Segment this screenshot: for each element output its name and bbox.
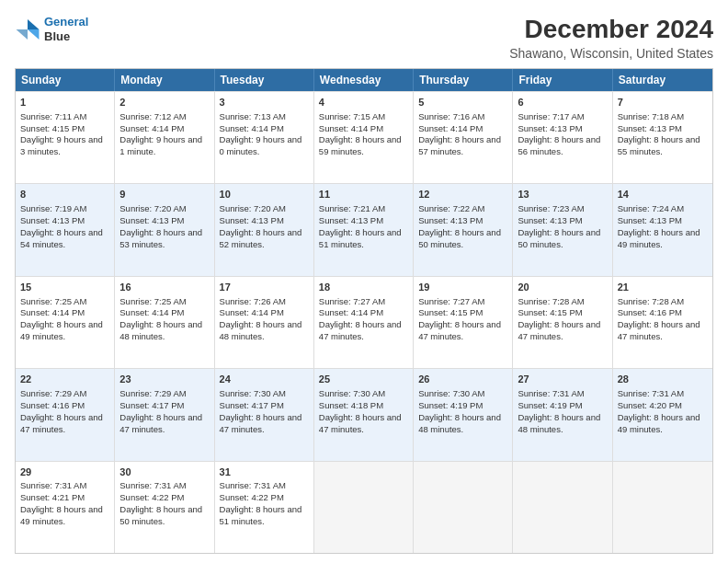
sunset-text: Sunset: 4:16 PM — [618, 307, 682, 317]
sunset-text: Sunset: 4:13 PM — [20, 215, 85, 225]
sunset-text: Sunset: 4:14 PM — [119, 307, 184, 317]
day-cell-4: 4Sunrise: 7:15 AMSunset: 4:14 PMDaylight… — [314, 92, 414, 183]
day-number: 3 — [220, 96, 309, 109]
sunset-text: Sunset: 4:13 PM — [119, 215, 184, 225]
sunset-text: Sunset: 4:14 PM — [418, 123, 483, 133]
calendar-body: 1Sunrise: 7:11 AMSunset: 4:15 PMDaylight… — [16, 91, 712, 553]
day-number: 25 — [319, 373, 408, 386]
day-cell-11: 11Sunrise: 7:21 AMSunset: 4:13 PMDayligh… — [314, 184, 414, 275]
sunrise-text: Sunrise: 7:28 AM — [618, 296, 684, 306]
daylight-text: Daylight: 8 hours and 49 minutes. — [20, 319, 103, 341]
day-number: 24 — [220, 373, 309, 386]
calendar: SundayMondayTuesdayWednesdayThursdayFrid… — [15, 68, 713, 554]
sunrise-text: Sunrise: 7:28 AM — [518, 296, 584, 306]
sunrise-text: Sunrise: 7:31 AM — [220, 480, 286, 490]
logo-line2: Blue — [44, 29, 88, 44]
header-day-friday: Friday — [513, 69, 612, 91]
day-cell-5: 5Sunrise: 7:16 AMSunset: 4:14 PMDaylight… — [414, 92, 513, 183]
day-cell-3: 3Sunrise: 7:13 AMSunset: 4:14 PMDaylight… — [215, 92, 314, 183]
day-cell-22: 22Sunrise: 7:29 AMSunset: 4:16 PMDayligh… — [16, 369, 115, 460]
sunset-text: Sunset: 4:14 PM — [319, 307, 383, 317]
sunset-text: Sunset: 4:14 PM — [319, 123, 383, 133]
day-cell-24: 24Sunrise: 7:30 AMSunset: 4:17 PMDayligh… — [215, 369, 314, 460]
sunset-text: Sunset: 4:18 PM — [319, 400, 383, 410]
day-number: 28 — [618, 373, 708, 386]
daylight-text: Daylight: 8 hours and 47 minutes. — [20, 412, 103, 434]
day-cell-23: 23Sunrise: 7:29 AMSunset: 4:17 PMDayligh… — [115, 369, 214, 460]
daylight-text: Daylight: 9 hours and 0 minutes. — [220, 134, 302, 156]
day-cell-2: 2Sunrise: 7:12 AMSunset: 4:14 PMDaylight… — [115, 92, 214, 183]
logo-icon — [15, 17, 40, 42]
day-number: 10 — [220, 188, 309, 201]
day-number: 17 — [220, 281, 309, 294]
sunrise-text: Sunrise: 7:20 AM — [220, 203, 286, 213]
sunrise-text: Sunrise: 7:13 AM — [220, 111, 286, 121]
sunrise-text: Sunrise: 7:21 AM — [319, 203, 385, 213]
daylight-text: Daylight: 8 hours and 47 minutes. — [220, 412, 302, 434]
daylight-text: Daylight: 8 hours and 52 minutes. — [220, 227, 302, 249]
sunrise-text: Sunrise: 7:31 AM — [20, 480, 86, 490]
day-number: 5 — [418, 96, 507, 109]
day-number: 31 — [220, 465, 309, 479]
empty-cell — [613, 462, 712, 553]
day-number: 4 — [319, 96, 408, 109]
day-cell-30: 30Sunrise: 7:31 AMSunset: 4:22 PMDayligh… — [115, 462, 214, 553]
sunset-text: Sunset: 4:14 PM — [119, 123, 184, 133]
sunset-text: Sunset: 4:21 PM — [20, 492, 85, 502]
sunrise-text: Sunrise: 7:30 AM — [319, 388, 385, 398]
sunrise-text: Sunrise: 7:20 AM — [119, 203, 186, 213]
sunrise-text: Sunrise: 7:30 AM — [220, 388, 286, 398]
sunrise-text: Sunrise: 7:27 AM — [319, 296, 385, 306]
daylight-text: Daylight: 8 hours and 48 minutes. — [418, 412, 501, 434]
day-cell-21: 21Sunrise: 7:28 AMSunset: 4:16 PMDayligh… — [613, 277, 712, 368]
sunrise-text: Sunrise: 7:17 AM — [518, 111, 584, 121]
day-cell-29: 29Sunrise: 7:31 AMSunset: 4:21 PMDayligh… — [16, 462, 115, 553]
header-day-sunday: Sunday — [16, 69, 115, 91]
daylight-text: Daylight: 8 hours and 49 minutes. — [618, 412, 700, 434]
daylight-text: Daylight: 8 hours and 47 minutes. — [518, 319, 600, 341]
sunrise-text: Sunrise: 7:18 AM — [618, 111, 684, 121]
daylight-text: Daylight: 9 hours and 1 minute. — [119, 134, 202, 156]
day-number: 2 — [119, 96, 209, 109]
calendar-row-3: 15Sunrise: 7:25 AMSunset: 4:14 PMDayligh… — [16, 276, 712, 368]
daylight-text: Daylight: 8 hours and 50 minutes. — [418, 227, 501, 249]
sunset-text: Sunset: 4:13 PM — [618, 215, 682, 225]
daylight-text: Daylight: 8 hours and 54 minutes. — [20, 227, 103, 249]
day-cell-20: 20Sunrise: 7:28 AMSunset: 4:15 PMDayligh… — [513, 277, 612, 368]
day-cell-16: 16Sunrise: 7:25 AMSunset: 4:14 PMDayligh… — [115, 277, 214, 368]
sunset-text: Sunset: 4:17 PM — [220, 400, 284, 410]
day-number: 20 — [518, 281, 607, 294]
day-cell-19: 19Sunrise: 7:27 AMSunset: 4:15 PMDayligh… — [414, 277, 513, 368]
sunrise-text: Sunrise: 7:25 AM — [119, 296, 186, 306]
day-number: 1 — [20, 96, 109, 109]
sunset-text: Sunset: 4:13 PM — [418, 215, 483, 225]
empty-cell — [314, 462, 414, 553]
daylight-text: Daylight: 8 hours and 55 minutes. — [618, 134, 700, 156]
sunset-text: Sunset: 4:17 PM — [119, 400, 184, 410]
sunset-text: Sunset: 4:13 PM — [618, 123, 682, 133]
empty-cell — [414, 462, 513, 553]
day-number: 12 — [418, 188, 507, 201]
daylight-text: Daylight: 8 hours and 51 minutes. — [319, 227, 402, 249]
sunrise-text: Sunrise: 7:29 AM — [20, 388, 86, 398]
calendar-row-4: 22Sunrise: 7:29 AMSunset: 4:16 PMDayligh… — [16, 368, 712, 460]
logo: General Blue — [15, 15, 88, 43]
main-title: December 2024 — [509, 15, 713, 44]
day-cell-26: 26Sunrise: 7:30 AMSunset: 4:19 PMDayligh… — [414, 369, 513, 460]
sunset-text: Sunset: 4:22 PM — [119, 492, 184, 502]
daylight-text: Daylight: 8 hours and 47 minutes. — [119, 412, 202, 434]
calendar-row-5: 29Sunrise: 7:31 AMSunset: 4:21 PMDayligh… — [16, 461, 712, 553]
day-cell-28: 28Sunrise: 7:31 AMSunset: 4:20 PMDayligh… — [613, 369, 712, 460]
sunrise-text: Sunrise: 7:22 AM — [418, 203, 484, 213]
daylight-text: Daylight: 8 hours and 48 minutes. — [119, 319, 202, 341]
day-cell-9: 9Sunrise: 7:20 AMSunset: 4:13 PMDaylight… — [115, 184, 214, 275]
day-cell-1: 1Sunrise: 7:11 AMSunset: 4:15 PMDaylight… — [16, 92, 115, 183]
sunrise-text: Sunrise: 7:25 AM — [20, 296, 86, 306]
day-number: 22 — [20, 373, 109, 386]
calendar-row-2: 8Sunrise: 7:19 AMSunset: 4:13 PMDaylight… — [16, 183, 712, 275]
sunrise-text: Sunrise: 7:31 AM — [618, 388, 684, 398]
daylight-text: Daylight: 8 hours and 50 minutes. — [119, 504, 202, 526]
sunset-text: Sunset: 4:19 PM — [418, 400, 483, 410]
day-number: 26 — [418, 373, 507, 386]
sunrise-text: Sunrise: 7:27 AM — [418, 296, 484, 306]
